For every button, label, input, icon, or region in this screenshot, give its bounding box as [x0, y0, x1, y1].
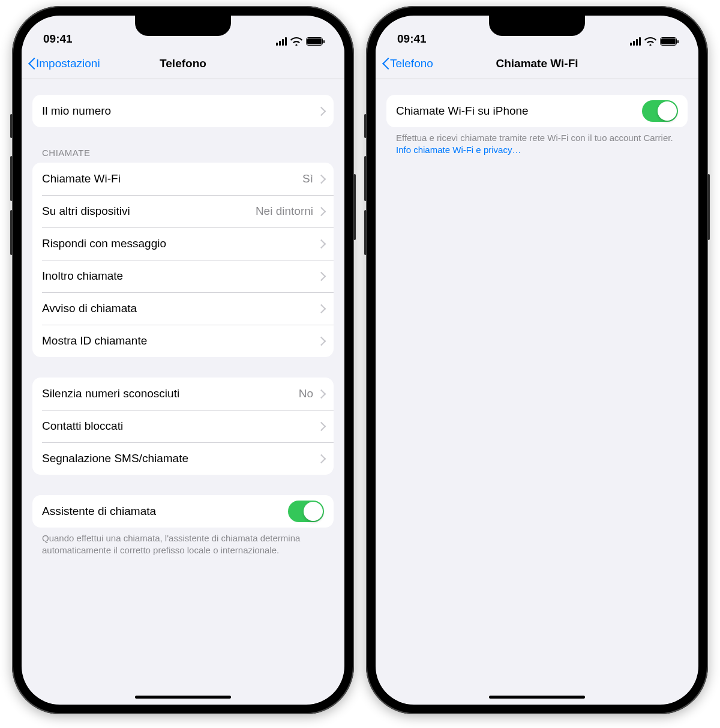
- status-indicators: [276, 37, 323, 46]
- volume-down-button: [364, 210, 367, 255]
- notch: [489, 16, 585, 36]
- chevron-right-icon: [319, 107, 324, 115]
- row-label: Assistente di chiamata: [42, 505, 156, 518]
- back-label: Impostazioni: [36, 57, 100, 70]
- row-label: Contatti bloccati: [42, 420, 123, 433]
- row-value: Sì: [302, 172, 313, 185]
- row-other-devices[interactable]: Su altri dispositivi Nei dintorni: [32, 195, 334, 227]
- back-label: Telefono: [390, 57, 433, 70]
- footer-text-body: Effettua e ricevi chiamate tramite rete …: [396, 133, 673, 143]
- notch: [135, 16, 231, 36]
- row-label: Mostra ID chiamante: [42, 334, 147, 347]
- row-label: Su altri dispositivi: [42, 205, 130, 218]
- wifi-icon: [644, 37, 656, 46]
- nav-bar: Telefono Chiamate Wi-Fi: [376, 48, 698, 79]
- cellular-icon: [630, 37, 641, 46]
- volume-up-button: [364, 156, 367, 201]
- screen-left: 09:41 Impostazioni Telefono Il mio numer…: [22, 16, 344, 705]
- wifi-icon: [290, 37, 302, 46]
- chevron-right-icon: [319, 272, 324, 280]
- silent-switch: [364, 114, 367, 138]
- section-header-calls: CHIAMATE: [32, 148, 334, 163]
- home-indicator[interactable]: [135, 696, 231, 699]
- row-silence-unknown[interactable]: Silenzia numeri sconosciuti No: [32, 378, 334, 410]
- back-button[interactable]: Impostazioni: [28, 57, 100, 70]
- volume-up-button: [10, 156, 13, 201]
- status-time: 09:41: [397, 32, 427, 46]
- screen-right: 09:41 Telefono Chiamate Wi-Fi Chiamate W…: [376, 16, 698, 705]
- row-value: No: [299, 387, 313, 400]
- nav-bar: Impostazioni Telefono: [22, 48, 344, 79]
- status-time: 09:41: [43, 32, 73, 46]
- row-label: Silenzia numeri sconosciuti: [42, 387, 179, 400]
- chevron-right-icon: [319, 454, 324, 463]
- chevron-left-icon: [28, 58, 35, 70]
- phone-frame-right: 09:41 Telefono Chiamate Wi-Fi Chiamate W…: [366, 6, 708, 714]
- row-sms-call-reporting[interactable]: Segnalazione SMS/chiamate: [32, 442, 334, 475]
- settings-content: Il mio numero CHIAMATE Chiamate Wi-Fi Sì…: [22, 79, 344, 705]
- group-my-number: Il mio numero: [32, 95, 334, 127]
- row-value: Nei dintorni: [256, 205, 313, 218]
- row-label: Inoltro chiamate: [42, 269, 123, 283]
- chevron-right-icon: [319, 337, 324, 345]
- page-title: Telefono: [160, 57, 206, 70]
- power-button: [707, 174, 710, 240]
- page-title: Chiamate Wi-Fi: [496, 57, 578, 70]
- chevron-right-icon: [319, 239, 324, 248]
- group-dial-assist: Assistente di chiamata Quando effettui u…: [32, 495, 334, 557]
- home-indicator[interactable]: [489, 696, 585, 699]
- row-show-caller-id[interactable]: Mostra ID chiamante: [32, 325, 334, 357]
- chevron-right-icon: [319, 207, 324, 215]
- phone-frame-left: 09:41 Impostazioni Telefono Il mio numer…: [12, 6, 354, 714]
- battery-icon: [660, 37, 677, 46]
- row-label: Il mio numero: [42, 104, 111, 118]
- row-my-number[interactable]: Il mio numero: [32, 95, 334, 127]
- silent-switch: [10, 114, 13, 138]
- row-blocked-contacts[interactable]: Contatti bloccati: [32, 410, 334, 442]
- chevron-right-icon: [319, 422, 324, 430]
- privacy-link[interactable]: Info chiamate Wi-Fi e privacy…: [396, 145, 521, 155]
- chevron-right-icon: [319, 390, 324, 398]
- group-calls: CHIAMATE Chiamate Wi-Fi Sì Su altri disp…: [32, 148, 334, 357]
- row-label: Chiamate Wi-Fi su iPhone: [396, 104, 529, 118]
- chevron-right-icon: [319, 175, 324, 183]
- chevron-left-icon: [382, 58, 389, 70]
- group-misc: Silenzia numeri sconosciuti No Contatti …: [32, 378, 334, 475]
- battery-icon: [306, 37, 323, 46]
- group-wifi-calling: Chiamate Wi-Fi su iPhone Effettua e rice…: [386, 95, 688, 157]
- row-wifi-calling-iphone: Chiamate Wi-Fi su iPhone: [386, 95, 688, 127]
- wifi-calling-content: Chiamate Wi-Fi su iPhone Effettua e rice…: [376, 79, 698, 705]
- wifi-calling-toggle[interactable]: [642, 100, 678, 122]
- row-label: Segnalazione SMS/chiamate: [42, 452, 188, 465]
- row-label: Chiamate Wi-Fi: [42, 172, 121, 185]
- row-call-forwarding[interactable]: Inoltro chiamate: [32, 260, 334, 292]
- row-dial-assist: Assistente di chiamata: [32, 495, 334, 528]
- cellular-icon: [276, 37, 287, 46]
- back-button[interactable]: Telefono: [382, 57, 433, 70]
- row-label: Avviso di chiamata: [42, 302, 137, 315]
- row-wifi-calling[interactable]: Chiamate Wi-Fi Sì: [32, 163, 334, 195]
- row-respond-with-text[interactable]: Rispondi con messaggio: [32, 227, 334, 260]
- row-call-waiting[interactable]: Avviso di chiamata: [32, 292, 334, 325]
- dial-assist-footer: Quando effettui una chiamata, l'assisten…: [32, 528, 334, 557]
- chevron-right-icon: [319, 304, 324, 313]
- volume-down-button: [10, 210, 13, 255]
- wifi-calling-footer: Effettua e ricevi chiamate tramite rete …: [386, 127, 688, 157]
- dial-assist-toggle[interactable]: [288, 501, 324, 522]
- status-indicators: [630, 37, 677, 46]
- power-button: [353, 174, 356, 240]
- row-label: Rispondi con messaggio: [42, 237, 166, 250]
